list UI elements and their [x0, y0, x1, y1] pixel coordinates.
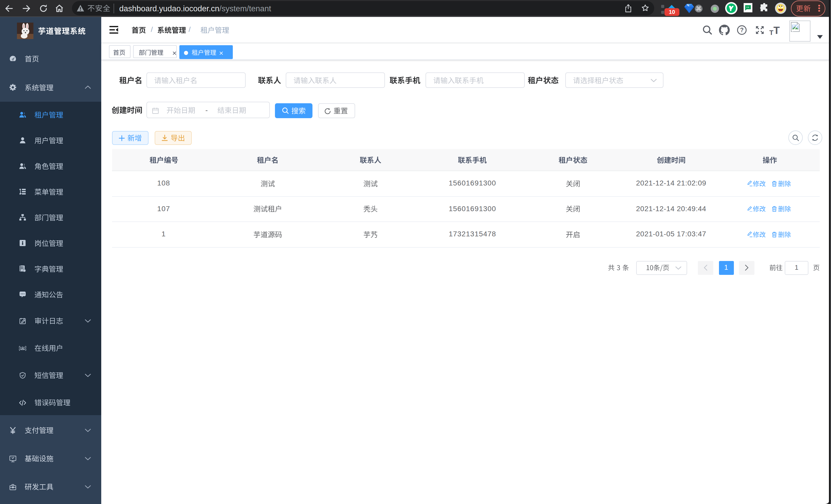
svg-text:⌘: ⌘: [695, 5, 701, 12]
svg-text:?: ?: [740, 27, 744, 33]
